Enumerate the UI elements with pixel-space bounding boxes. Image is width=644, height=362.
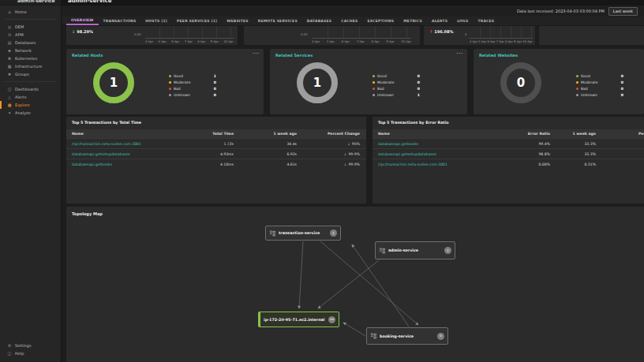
topology-node-transaction-service[interactable]: transaction-service 0 xyxy=(265,226,341,241)
donut-center-value: 1 xyxy=(110,76,118,90)
sidebar-item-explore[interactable]: ▩ Explore xyxy=(0,101,61,109)
transaction-link[interactable]: /rpc/transaction.neta-suites.com:3001 xyxy=(72,142,141,146)
analyze-icon: ✦ xyxy=(7,110,12,115)
topology-map-card: Topology Map xyxy=(66,207,644,362)
dashboards-icon: ◫ xyxy=(7,87,12,91)
axis-date-label: 10 Apr xyxy=(401,39,411,43)
arrow-down-icon: ↓ xyxy=(344,152,347,156)
legend-row: Good1 xyxy=(169,73,216,79)
transaction-link[interactable]: databaseapi.getsetupdatabases xyxy=(378,152,436,156)
table-row: /rpc/transaction.neta-suites.com:3001 1.… xyxy=(66,138,366,148)
tab-databases[interactable]: DATABASES xyxy=(302,17,336,25)
sidebar-item-analyze[interactable]: ✦ Analyze xyxy=(0,109,61,117)
sidebar-item-kubernetes[interactable]: ☸ Kubernetes xyxy=(0,54,61,62)
node-badge: 0 xyxy=(330,230,337,237)
sidebar-item-dashboards[interactable]: ◫ Dashboards xyxy=(0,85,61,93)
transaction-link[interactable]: databaseapi.getsetupdatabases xyxy=(72,152,130,156)
table-row: databaseapi.getsetupdatabases 4.93ms 6.9… xyxy=(66,148,366,159)
axis-date-label: 4 Apr xyxy=(312,39,320,43)
sidebar-item-dem[interactable]: ◎ DEM xyxy=(0,23,61,31)
sidebar-item-groups[interactable]: ❖ Groups xyxy=(0,70,61,78)
tab-remote-services[interactable]: REMOTE SERVICES xyxy=(253,17,302,25)
sidebar-item-alerts[interactable]: △ Alerts xyxy=(0,93,61,101)
legend: Good0 Moderate0 Bad0 Unknown1 xyxy=(373,73,420,98)
sidebar-item-label: APM xyxy=(15,32,24,37)
x-axis xyxy=(470,38,533,39)
axis-date-label: 5 Apr xyxy=(159,39,167,43)
tab-hosts[interactable]: HOSTS (1) xyxy=(140,17,172,25)
transaction-link[interactable]: databaseapi.getbooks xyxy=(72,162,112,166)
tab-websites[interactable]: WEBSITES xyxy=(222,17,253,25)
sidebar-item-infrastructure[interactable]: ▦ Infrastructure xyxy=(0,62,61,70)
axis-zero-label: 0.00 xyxy=(301,32,307,36)
metric-card-response-time: 0.00 4 Apr5 Apr6 Apr7 Apr8 Apr9 Apr10 Ap… xyxy=(244,26,420,45)
axis-date-label: 10 Apr xyxy=(223,39,234,43)
service-icon xyxy=(379,248,385,254)
moderate-dot-icon xyxy=(169,81,171,84)
metric-change-value: 196.08% xyxy=(434,29,453,34)
card-title: Related Services xyxy=(275,53,313,58)
sidebar-item-help[interactable]: ⓘ Help xyxy=(0,349,61,357)
axis-date-label: 9 Apr xyxy=(514,39,522,43)
axis-date-label: 5 Apr xyxy=(327,39,335,43)
tab-peer-services[interactable]: PEER SERVICES (1) xyxy=(172,17,222,25)
tab-overview[interactable]: OVERVIEW xyxy=(66,17,99,25)
sidebar-item-settings[interactable]: ⚙ Settings xyxy=(0,341,61,349)
moderate-dot-icon xyxy=(576,81,578,84)
x-axis-labels: 4 Apr5 Apr6 Apr7 Apr8 Apr9 Apr10 Apr xyxy=(312,39,411,43)
sidebar-item-label: Help xyxy=(15,351,24,356)
transaction-link[interactable]: /rpc/transaction.neta-suites.com:3001 xyxy=(378,162,447,166)
sidebar-item-apm[interactable]: ⊡ APM xyxy=(0,31,61,39)
help-icon: ⓘ xyxy=(7,351,12,356)
table-row: databaseapi.getbooks 99.4% 33.3% xyxy=(373,138,644,148)
more-menu-icon[interactable]: ⋯ xyxy=(456,50,462,57)
sidebar-header: admin-service xyxy=(0,0,61,6)
apm-icon: ⊡ xyxy=(7,32,12,37)
tab-exceptions[interactable]: EXCEPTIONS xyxy=(363,17,399,25)
table-header-row: Name Error Ratio 1 week ago Percent Chan… xyxy=(373,129,644,138)
topology-node-admin-service[interactable]: admin-service 0 xyxy=(375,241,455,259)
topology-edges xyxy=(66,207,644,362)
sidebar-item-label: Groups xyxy=(15,72,29,77)
sidebar-item-label: Databases xyxy=(15,40,36,45)
sidebar-item-label: Analyze xyxy=(15,110,31,115)
home-icon: ⌂ xyxy=(7,9,12,14)
metric-card-empty xyxy=(539,26,644,45)
sidebar-item-databases[interactable]: ▤ Databases xyxy=(0,39,61,47)
arrow-up-icon: ↑ xyxy=(429,29,432,34)
tab-bar: OVERVIEW TRANSACTIONS HOSTS (1) PEER SER… xyxy=(62,17,644,26)
axis-date-label: 8 Apr xyxy=(197,39,205,43)
tab-alerts[interactable]: ALERTS xyxy=(427,17,452,25)
main-content: admin-service Data last received: 2023-0… xyxy=(62,0,644,362)
sidebar-item-label: Alerts xyxy=(15,95,27,99)
sidebar-item-label: Network xyxy=(15,48,32,53)
axis-date-label: 6 Apr xyxy=(171,39,179,43)
tab-transactions[interactable]: TRANSACTIONS xyxy=(99,17,141,25)
tab-metrics[interactable]: METRICS xyxy=(399,17,427,25)
sidebar-divider xyxy=(5,81,56,82)
legend-row: Moderate0 xyxy=(576,79,623,85)
transaction-link[interactable]: databaseapi.getbooks xyxy=(378,142,418,146)
tab-caches[interactable]: CACHES xyxy=(336,17,362,25)
services-donut-chart: 1 xyxy=(297,62,338,103)
sidebar-divider xyxy=(5,19,56,20)
x-axis-labels: 4 Apr5 Apr6 Apr7 Apr8 Apr9 Apr10 Apr xyxy=(145,39,234,43)
unknown-dot-icon xyxy=(373,94,375,96)
topology-node-booking-service[interactable]: booking-service 0 xyxy=(366,327,448,345)
axis-date-label: 7 Apr xyxy=(496,39,504,43)
axis-date-label: 8 Apr xyxy=(372,39,380,43)
topology-node-host-ip[interactable]: ip-172-20-95-71.ec2.internal 100 xyxy=(258,312,339,327)
arrow-down-icon: ↓ xyxy=(72,29,75,34)
tab-logs[interactable]: LOGS xyxy=(452,17,473,25)
sidebar-item-network[interactable]: ◈ Network xyxy=(0,47,61,54)
related-services-card: Related Services ⋯ 1 Good0 Moderate0 Bad… xyxy=(270,49,467,114)
sidebar-item-home[interactable]: ⌂ Home xyxy=(0,8,61,16)
tab-traces[interactable]: TRACES xyxy=(473,17,499,25)
service-icon xyxy=(269,230,275,237)
time-range-dropdown[interactable]: Last week xyxy=(608,7,638,16)
more-menu-icon[interactable]: ⋯ xyxy=(253,50,259,57)
sidebar-header-label: admin-service xyxy=(17,0,61,3)
axis-date-label: 10 Apr xyxy=(522,39,533,43)
bad-dot-icon xyxy=(576,88,578,90)
table: Name Error Ratio 1 week ago Percent Chan… xyxy=(373,129,644,169)
